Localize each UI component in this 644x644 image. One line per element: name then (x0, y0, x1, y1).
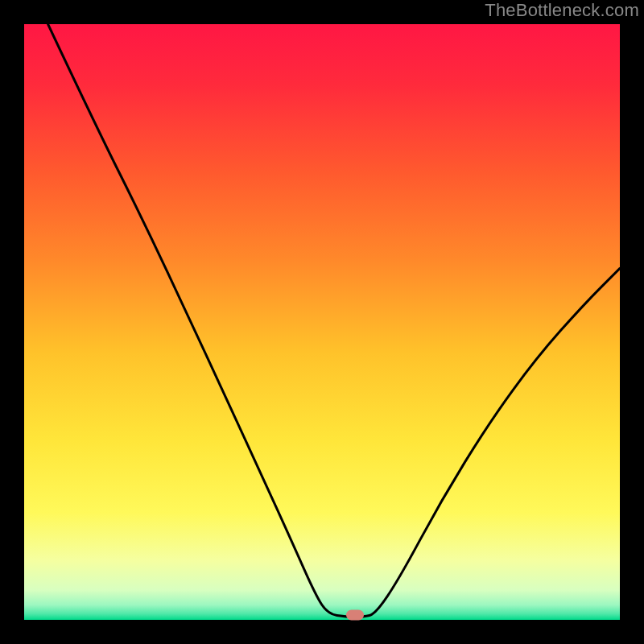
watermark-text: TheBottleneck.com (485, 0, 639, 21)
plot-area (24, 24, 620, 620)
chart-frame: TheBottleneck.com (0, 0, 644, 644)
gradient-background (24, 24, 620, 620)
plot-svg (24, 24, 620, 620)
optimal-marker (346, 610, 364, 621)
